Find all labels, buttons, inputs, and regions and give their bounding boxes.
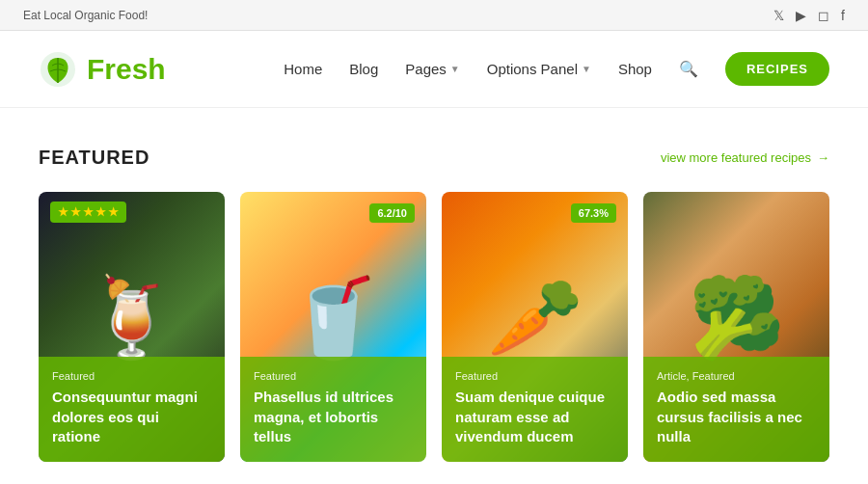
card-2-overlay: Featured Phasellus id ultrices magna, et…: [240, 357, 426, 462]
card-3-category: Featured: [455, 370, 614, 382]
top-bar: Eat Local Organic Food! 𝕏 ▶ ◻ f: [0, 0, 868, 31]
pages-dropdown-icon: ▼: [450, 64, 460, 74]
instagram-icon[interactable]: ◻: [818, 8, 829, 23]
recipes-button[interactable]: RECIPES: [725, 52, 829, 86]
card-2-title: Phasellus id ultrices magna, et lobortis…: [254, 388, 413, 446]
top-bar-tagline: Eat Local Organic Food!: [23, 9, 148, 22]
view-more-link[interactable]: view more featured recipes →: [661, 150, 829, 165]
nav-home[interactable]: Home: [284, 61, 322, 77]
twitter-icon[interactable]: 𝕏: [773, 8, 784, 23]
social-icons: 𝕏 ▶ ◻ f: [773, 8, 845, 23]
nav-blog[interactable]: Blog: [349, 61, 378, 77]
featured-card-4[interactable]: Article, Featured Aodio sed massa cursus…: [643, 192, 829, 462]
card-4-overlay: Article, Featured Aodio sed massa cursus…: [643, 357, 829, 462]
card-1-overlay: Featured Consequuntur magni dolores eos …: [39, 357, 225, 462]
options-dropdown-icon: ▼: [582, 64, 591, 74]
logo[interactable]: Fresh: [39, 50, 166, 89]
cards-grid: ★ ★ ★ ★ ★ Featured Consequuntur magni do…: [39, 192, 829, 462]
nav-pages[interactable]: Pages ▼: [405, 61, 459, 77]
card-3-overlay: Featured Suam denique cuique naturam ess…: [442, 357, 628, 462]
youtube-icon[interactable]: ▶: [796, 8, 806, 23]
card-1-badge: ★ ★ ★ ★ ★: [50, 202, 126, 223]
search-icon[interactable]: 🔍: [679, 60, 698, 78]
card-3-badge: 67.3%: [571, 203, 616, 223]
featured-card-1[interactable]: ★ ★ ★ ★ ★ Featured Consequuntur magni do…: [39, 192, 225, 462]
card-2-badge: 6.2/10: [369, 203, 415, 223]
nav-shop[interactable]: Shop: [618, 61, 652, 77]
card-1-title: Consequuntur magni dolores eos qui ratio…: [52, 388, 211, 446]
card-1-category: Featured: [52, 370, 211, 382]
featured-header: FEATURED view more featured recipes →: [39, 147, 829, 169]
featured-card-3[interactable]: 67.3% Featured Suam denique cuique natur…: [442, 192, 628, 462]
featured-title: FEATURED: [39, 147, 149, 169]
main-content: FEATURED view more featured recipes → ★ …: [0, 108, 868, 481]
logo-text: Fresh: [87, 53, 166, 86]
logo-icon: [39, 50, 77, 89]
facebook-icon[interactable]: f: [841, 8, 845, 23]
nav-options-panel[interactable]: Options Panel ▼: [487, 61, 591, 77]
main-nav: Home Blog Pages ▼ Options Panel ▼ Shop 🔍…: [284, 52, 829, 86]
card-3-title: Suam denique cuique naturam esse ad vive…: [455, 388, 614, 446]
featured-card-2[interactable]: 6.2/10 Featured Phasellus id ultrices ma…: [240, 192, 426, 462]
card-2-category: Featured: [254, 370, 413, 382]
card-4-title: Aodio sed massa cursus facilisis a nec n…: [657, 388, 816, 446]
header: Fresh Home Blog Pages ▼ Options Panel ▼ …: [0, 31, 868, 108]
card-4-category: Article, Featured: [657, 370, 816, 382]
